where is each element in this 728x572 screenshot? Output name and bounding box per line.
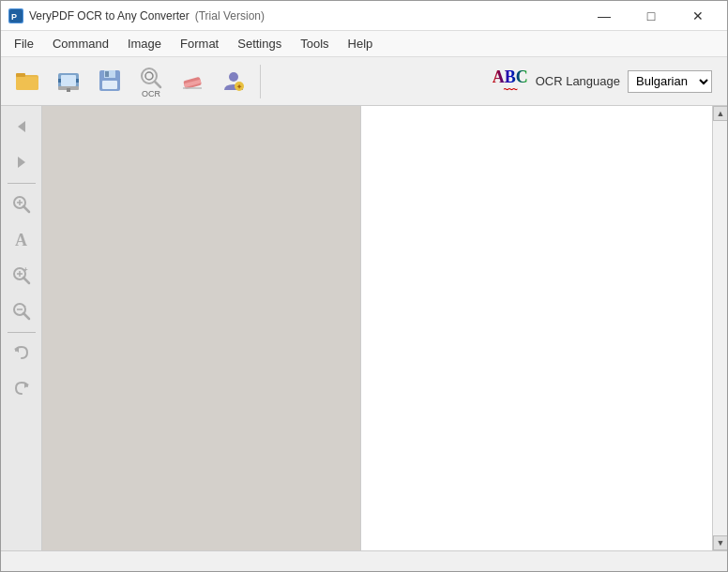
main-content: A + - — [1, 106, 727, 550]
text-select-button[interactable]: A — [5, 223, 38, 257]
zoom-out-button[interactable]: - — [5, 294, 38, 328]
undo-button[interactable] — [5, 337, 38, 370]
ocr-language-area: ABC ~~~ OCR Language Bulgarian English F… — [493, 68, 720, 95]
scan-button[interactable] — [50, 63, 87, 100]
profile-button[interactable]: ✦ — [215, 63, 252, 100]
svg-rect-13 — [105, 71, 109, 77]
erase-button[interactable] — [174, 63, 211, 100]
ocr-logo: ABC ~~~ — [493, 68, 528, 95]
ocr-label: OCR — [142, 89, 160, 98]
sidebar-separator-1 — [8, 183, 36, 184]
svg-rect-12 — [102, 81, 117, 89]
redo-button[interactable] — [5, 372, 38, 406]
open-folder-button[interactable] — [8, 63, 46, 100]
eraser-icon — [179, 68, 205, 96]
menu-help[interactable]: Help — [339, 33, 383, 54]
status-bar — [1, 550, 727, 571]
title-bar: P VeryPDF OCR to Any Converter (Trial Ve… — [1, 1, 727, 31]
svg-marker-23 — [18, 121, 25, 132]
scroll-up-arrow[interactable]: ▲ — [713, 106, 727, 121]
open-folder-icon — [14, 68, 40, 96]
save-button[interactable] — [91, 63, 129, 100]
left-sidebar: A + - — [1, 106, 42, 550]
vertical-scrollbar[interactable]: ▲ ▼ — [712, 106, 727, 550]
svg-point-20 — [229, 72, 238, 82]
ocr-language-label: OCR Language — [536, 74, 620, 88]
zoom-region-button[interactable] — [5, 188, 38, 221]
trial-text: (Trial Version) — [195, 9, 265, 23]
svg-text:✦: ✦ — [236, 83, 242, 90]
svg-text:+: + — [23, 265, 28, 274]
profile-icon: ✦ — [220, 68, 247, 96]
title-bar-left: P VeryPDF OCR to Any Converter (Trial Ve… — [8, 8, 265, 23]
svg-line-35 — [23, 313, 29, 319]
scroll-down-arrow[interactable]: ▼ — [713, 535, 727, 550]
menu-image[interactable]: Image — [118, 33, 171, 54]
svg-marker-24 — [18, 157, 25, 168]
svg-point-15 — [145, 72, 153, 80]
save-icon — [97, 68, 123, 96]
menu-bar: File Command Image Format Settings Tools… — [1, 31, 727, 57]
scanner-icon — [55, 68, 82, 96]
forward-button[interactable] — [5, 145, 38, 179]
svg-rect-9 — [67, 88, 70, 92]
menu-tools[interactable]: Tools — [291, 33, 338, 54]
svg-line-30 — [23, 278, 29, 283]
maximize-button[interactable]: □ — [629, 1, 673, 31]
ocr-language-select[interactable]: Bulgarian English French German Spanish … — [628, 70, 712, 93]
ocr-button[interactable]: OCR — [132, 63, 170, 100]
svg-text:P: P — [11, 12, 17, 22]
svg-text:-: - — [23, 301, 26, 309]
scroll-track[interactable] — [713, 121, 727, 535]
back-button[interactable] — [5, 110, 38, 143]
zoom-in-button[interactable]: + — [5, 259, 38, 293]
title-text: VeryPDF OCR to Any Converter — [29, 9, 190, 23]
window-controls: — □ ✕ — [583, 1, 720, 31]
toolbar: OCR ✦ ABC ~~~ OCR Lan — [1, 57, 727, 106]
ocr-abc-text: ABC — [493, 68, 528, 85]
menu-settings[interactable]: Settings — [228, 33, 291, 54]
svg-line-16 — [155, 82, 160, 87]
svg-rect-3 — [16, 77, 38, 90]
svg-rect-4 — [16, 73, 25, 77]
close-button[interactable]: ✕ — [676, 1, 720, 31]
sidebar-separator-2 — [8, 332, 36, 333]
svg-line-26 — [23, 206, 29, 212]
output-panel: ▲ ▼ — [361, 106, 727, 550]
minimize-button[interactable]: — — [583, 1, 626, 31]
menu-command[interactable]: Command — [43, 33, 118, 54]
app-icon: P — [8, 8, 23, 23]
menu-file[interactable]: File — [5, 33, 43, 54]
svg-rect-7 — [61, 75, 76, 86]
toolbar-separator — [260, 65, 261, 98]
menu-format[interactable]: Format — [171, 33, 228, 54]
document-panel — [42, 106, 361, 550]
ocr-wave-icon: ~~~ — [503, 85, 517, 95]
